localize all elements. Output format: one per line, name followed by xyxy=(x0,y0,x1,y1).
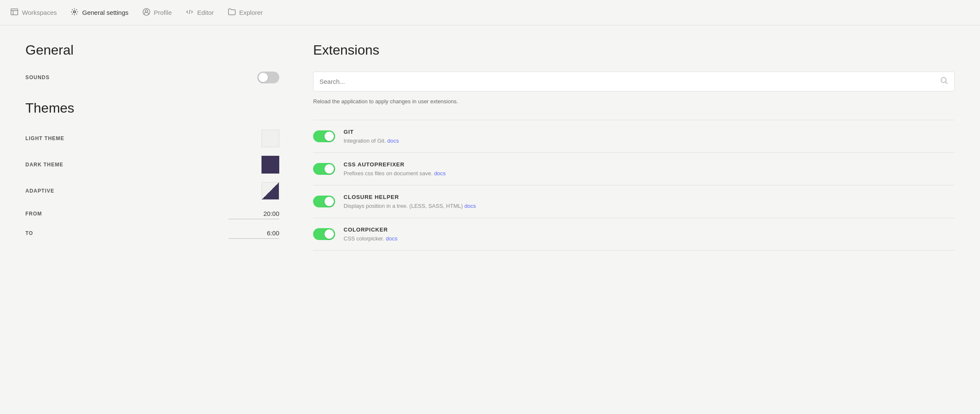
nav-workspaces[interactable]: Workspaces xyxy=(10,6,57,19)
sounds-row: SOUNDS xyxy=(25,72,279,83)
extension-list: GIT Integration of Git. docs CSS AUTOPRE… xyxy=(313,120,955,251)
closure-helper-name: CLOSURE HELPER xyxy=(344,194,955,200)
to-input[interactable] xyxy=(228,228,279,239)
adaptive-theme-swatch[interactable] xyxy=(262,182,279,200)
svg-point-7 xyxy=(941,77,946,83)
extension-item-git: GIT Integration of Git. docs xyxy=(313,120,955,153)
git-slider xyxy=(313,130,335,142)
nav-general-settings[interactable]: General settings xyxy=(70,6,128,19)
adaptive-theme-row: ADAPTIVE xyxy=(25,182,279,200)
git-docs-link[interactable]: docs xyxy=(387,138,399,144)
nav-profile-label: Profile xyxy=(154,9,172,16)
light-theme-label: LIGHT THEME xyxy=(25,135,64,141)
themes-title: Themes xyxy=(25,100,279,116)
colorpicker-desc: CSS colorpicker. docs xyxy=(344,235,955,242)
closure-helper-desc: Displays position in a tree. (LESS, SASS… xyxy=(344,203,955,209)
git-toggle[interactable] xyxy=(313,130,335,142)
css-autoprefixer-docs-link[interactable]: docs xyxy=(434,170,446,177)
colorpicker-name: COLORPICKER xyxy=(344,226,955,233)
css-autoprefixer-toggle[interactable] xyxy=(313,163,335,175)
general-title: General xyxy=(25,42,279,58)
from-input-wrapper xyxy=(228,208,279,219)
profile-icon xyxy=(142,8,151,17)
colorpicker-toggle[interactable] xyxy=(313,228,335,240)
workspaces-icon xyxy=(10,8,19,17)
extensions-title: Extensions xyxy=(313,42,955,58)
from-label: FROM xyxy=(25,211,42,217)
css-autoprefixer-slider xyxy=(313,163,335,175)
extension-item-closure-helper: CLOSURE HELPER Displays position in a tr… xyxy=(313,185,955,218)
css-autoprefixer-name: CSS AUTOPREFIXER xyxy=(344,161,955,168)
search-icon xyxy=(940,76,948,87)
extensions-search-bar xyxy=(313,72,955,91)
editor-icon xyxy=(185,8,194,17)
nav-explorer[interactable]: Explorer xyxy=(227,6,263,19)
svg-rect-0 xyxy=(11,9,18,15)
css-autoprefixer-desc: Prefixes css files on document save. doc… xyxy=(344,170,955,177)
git-name: GIT xyxy=(344,129,955,135)
colorpicker-info: COLORPICKER CSS colorpicker. docs xyxy=(344,226,955,242)
dark-theme-swatch[interactable] xyxy=(262,156,279,174)
main-content: General SOUNDS Themes LIGHT THEME DARK T… xyxy=(0,25,980,414)
sounds-toggle[interactable] xyxy=(257,72,279,83)
light-theme-row: LIGHT THEME xyxy=(25,130,279,147)
nav-general-settings-label: General settings xyxy=(82,9,128,16)
themes-section: Themes LIGHT THEME DARK THEME ADAPTIVE F… xyxy=(25,100,279,239)
dark-theme-row: DARK THEME xyxy=(25,156,279,174)
svg-point-3 xyxy=(74,11,76,13)
css-autoprefixer-info: CSS AUTOPREFIXER Prefixes css files on d… xyxy=(344,161,955,177)
from-row: FROM xyxy=(25,208,279,219)
closure-helper-docs-link[interactable]: docs xyxy=(464,203,476,209)
git-desc: Integration of Git. docs xyxy=(344,138,955,144)
closure-helper-slider xyxy=(313,196,335,207)
svg-line-6 xyxy=(189,10,190,14)
nav-workspaces-label: Workspaces xyxy=(22,9,57,16)
colorpicker-slider xyxy=(313,228,335,240)
sounds-slider xyxy=(257,72,279,83)
to-label: TO xyxy=(25,230,33,236)
extension-item-css-autoprefixer: CSS AUTOPREFIXER Prefixes css files on d… xyxy=(313,153,955,185)
explorer-icon xyxy=(227,8,236,17)
nav-profile[interactable]: Profile xyxy=(142,6,172,19)
settings-icon xyxy=(70,8,79,17)
svg-line-8 xyxy=(946,82,948,84)
extensions-search-input[interactable] xyxy=(319,78,940,85)
extensions-panel: Extensions Reload the application to app… xyxy=(313,42,955,397)
adaptive-label: ADAPTIVE xyxy=(25,188,54,194)
git-info: GIT Integration of Git. docs xyxy=(344,129,955,144)
top-navigation: Workspaces General settings Profile xyxy=(0,0,980,25)
nav-editor[interactable]: Editor xyxy=(185,6,214,19)
sounds-label: SOUNDS xyxy=(25,75,50,80)
closure-helper-toggle[interactable] xyxy=(313,196,335,207)
from-input[interactable] xyxy=(228,208,279,219)
svg-point-5 xyxy=(145,10,148,12)
light-theme-swatch[interactable] xyxy=(262,130,279,147)
nav-explorer-label: Explorer xyxy=(239,9,263,16)
to-row: TO xyxy=(25,228,279,239)
closure-helper-info: CLOSURE HELPER Displays position in a tr… xyxy=(344,194,955,209)
colorpicker-docs-link[interactable]: docs xyxy=(386,235,397,242)
nav-editor-label: Editor xyxy=(197,9,214,16)
reload-notice: Reload the application to apply changes … xyxy=(313,98,955,111)
extension-item-colorpicker: COLORPICKER CSS colorpicker. docs xyxy=(313,218,955,251)
dark-theme-label: DARK THEME xyxy=(25,162,63,168)
general-panel: General SOUNDS Themes LIGHT THEME DARK T… xyxy=(25,42,279,397)
to-input-wrapper xyxy=(228,228,279,239)
